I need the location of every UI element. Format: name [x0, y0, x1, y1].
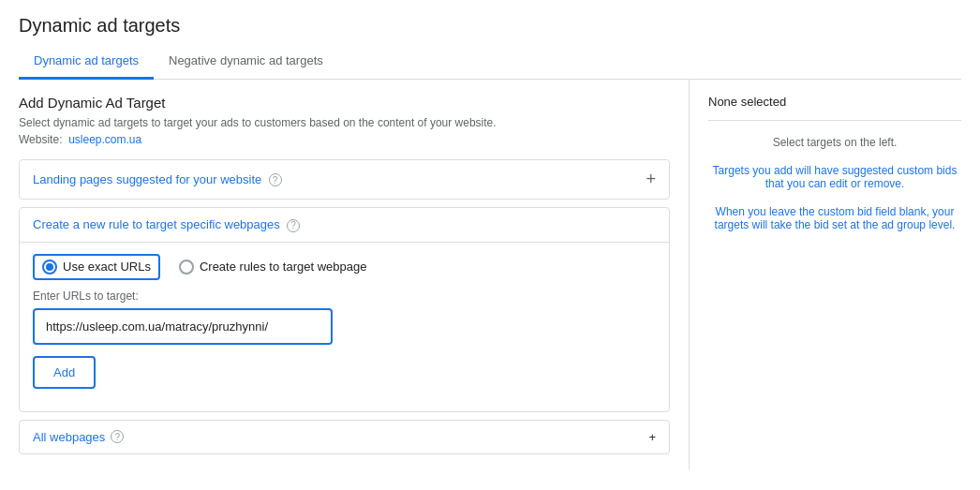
landing-pages-expand-icon[interactable]: + [646, 170, 656, 189]
create-rule-section: Create a new rule to target specific web… [19, 207, 670, 412]
radio-exact-label: Use exact URLs [63, 260, 151, 274]
landing-pages-row: Landing pages suggested for your website… [19, 159, 670, 200]
radio-use-exact-urls[interactable]: Use exact URLs [33, 254, 160, 280]
radio-create-label: Create rules to target webpage [200, 260, 367, 274]
website-url-link[interactable]: usleep.com.ua [68, 133, 141, 146]
add-button[interactable]: Add [33, 356, 96, 389]
none-selected-label: None selected [708, 95, 961, 121]
all-webpages-expand-icon[interactable]: + [648, 430, 656, 444]
url-input-label: Enter URLs to target: [33, 290, 656, 303]
radio-group: Use exact URLs Create rules to target we… [33, 254, 656, 280]
rule-body: Use exact URLs Create rules to target we… [20, 243, 669, 411]
all-webpages-help-icon[interactable]: ? [111, 430, 124, 443]
tab-dynamic-ad-targets[interactable]: Dynamic ad targets [19, 44, 154, 80]
url-input[interactable] [35, 310, 331, 343]
page-title: Dynamic ad targets [19, 15, 961, 37]
right-panel: None selected Select targets on the left… [690, 80, 980, 469]
website-label: Website: [19, 133, 62, 146]
radio-circle-exact [42, 260, 57, 275]
hint-custom-bids: Targets you add will have suggested cust… [708, 164, 961, 190]
radio-create-rules[interactable]: Create rules to target webpage [179, 260, 367, 275]
create-rule-help-icon[interactable]: ? [287, 219, 300, 232]
tab-negative-dynamic-ad-targets[interactable]: Negative dynamic ad targets [154, 44, 338, 80]
create-rule-header: Create a new rule to target specific web… [20, 208, 669, 243]
website-line: Website: usleep.com.ua [19, 133, 670, 146]
section-description: Select dynamic ad targets to target your… [19, 116, 670, 129]
hint-blank-bid-text: When you leave the custom bid field blan… [715, 205, 956, 231]
all-webpages-row: All webpages ? + [19, 420, 670, 454]
landing-pages-header[interactable]: Landing pages suggested for your website… [20, 160, 669, 199]
hint-custom-bids-text: Targets you add will have suggested cust… [713, 164, 958, 190]
radio-circle-create [179, 260, 194, 275]
landing-pages-help-icon[interactable]: ? [269, 173, 282, 186]
tabs-bar: Dynamic ad targets Negative dynamic ad t… [19, 44, 961, 80]
url-input-wrapper [33, 308, 333, 345]
left-panel: Add Dynamic Ad Target Select dynamic ad … [0, 80, 690, 469]
hint-blank-bid: When you leave the custom bid field blan… [708, 205, 961, 231]
all-webpages-label[interactable]: All webpages ? [33, 430, 124, 444]
select-hint: Select targets on the left. [708, 136, 961, 149]
landing-pages-label: Landing pages suggested for your website… [33, 172, 282, 187]
section-title: Add Dynamic Ad Target [19, 95, 670, 111]
